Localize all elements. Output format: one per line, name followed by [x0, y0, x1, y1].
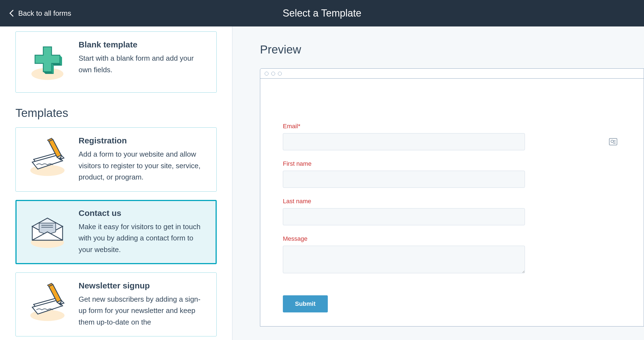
template-card-registration[interactable]: Registration Add a form to your website … [15, 127, 217, 192]
preview-heading: Preview [260, 43, 644, 56]
form-field: Email* [283, 123, 621, 150]
template-sidebar: Blank template Start with a blank form a… [0, 26, 232, 340]
field-label: Last name [283, 198, 621, 205]
field-label: Email* [283, 123, 621, 130]
page-title: Select a Template [0, 7, 644, 19]
templates-heading: Templates [15, 106, 217, 120]
card-title: Registration [79, 136, 205, 145]
form-field: First name [283, 160, 621, 188]
first-nameinput[interactable] [283, 171, 525, 188]
preview-pane: Preview Email*First nameLast nameMessage… [232, 26, 644, 340]
card-title: Blank template [79, 40, 205, 49]
card-desc: Make it easy for visitors to get in touc… [79, 221, 205, 256]
field-label: Message [283, 235, 621, 242]
template-card-newsletter-signup[interactable]: Newsletter signup Get new subscribers by… [15, 272, 217, 337]
last-nameinput[interactable] [283, 208, 525, 225]
submit-button[interactable]: Submit [283, 295, 328, 312]
contact-card-icon [609, 138, 617, 145]
pencil-paper-icon [24, 136, 71, 180]
card-desc: Get new subscribers by adding a sign-up … [79, 294, 205, 328]
template-card-blank[interactable]: Blank template Start with a blank form a… [15, 31, 217, 93]
card-title: Newsletter signup [79, 281, 205, 290]
svg-marker-1 [35, 47, 60, 72]
message-textarea[interactable] [283, 246, 525, 273]
chevron-left-icon [9, 10, 16, 17]
template-card-contact-us[interactable]: Contact us Make it easy for visitors to … [15, 200, 217, 264]
form-field: Message [283, 235, 621, 274]
pencil-paper-icon [24, 281, 71, 325]
plus-3d-icon [24, 40, 71, 84]
back-to-forms-link[interactable]: Back to all forms [0, 9, 71, 18]
envelope-icon [24, 208, 71, 253]
card-desc: Add a form to your website and allow vis… [79, 149, 205, 183]
preview-form: Email*First nameLast nameMessage Submit [260, 79, 644, 326]
card-title: Contact us [79, 208, 205, 218]
email-input[interactable] [283, 133, 525, 150]
back-label: Back to all forms [18, 9, 71, 18]
browser-dots [260, 69, 644, 79]
card-desc: Start with a blank form and add your own… [79, 53, 205, 76]
preview-browser-frame: Email*First nameLast nameMessage Submit [260, 68, 644, 326]
form-field: Last name [283, 198, 621, 225]
topbar: Back to all forms Select a Template [0, 0, 644, 26]
field-label: First name [283, 160, 621, 167]
